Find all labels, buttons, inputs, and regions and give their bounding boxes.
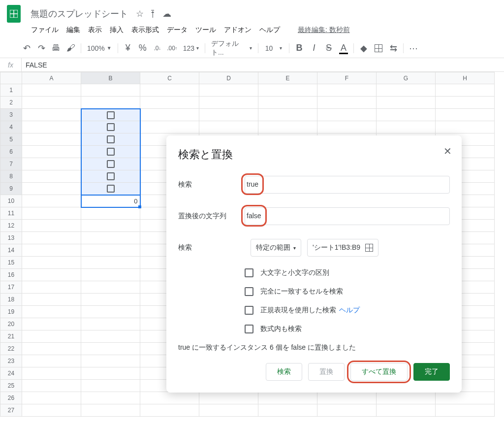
print-icon[interactable]: 🖶: [49, 41, 63, 55]
col-header[interactable]: H: [436, 72, 495, 84]
more-icon[interactable]: ⋯: [407, 41, 420, 55]
menu-file[interactable]: ファイル: [28, 24, 62, 36]
fx-icon[interactable]: fx: [0, 58, 22, 71]
cell[interactable]: [81, 330, 140, 343]
cell[interactable]: [22, 170, 81, 183]
row-header[interactable]: 27: [0, 404, 22, 417]
cloud-icon[interactable]: ☁: [162, 8, 171, 19]
star-icon[interactable]: ☆: [136, 8, 144, 19]
cell[interactable]: [81, 392, 140, 404]
cell[interactable]: [81, 97, 140, 109]
cell[interactable]: 0: [81, 195, 140, 207]
cell[interactable]: [81, 109, 140, 121]
cell[interactable]: [22, 97, 81, 109]
row-header[interactable]: 6: [0, 146, 22, 158]
search-input[interactable]: true: [245, 176, 450, 194]
row-header[interactable]: 5: [0, 133, 22, 146]
find-button[interactable]: 検索: [266, 363, 302, 381]
row-header[interactable]: 14: [0, 244, 22, 257]
cell[interactable]: [22, 355, 81, 367]
italic-button[interactable]: I: [307, 41, 321, 55]
bold-button[interactable]: B: [292, 41, 306, 55]
cell[interactable]: [377, 121, 436, 133]
cell[interactable]: [199, 392, 258, 404]
row-header[interactable]: 26: [0, 392, 22, 404]
row-header[interactable]: 2: [0, 97, 22, 109]
cell[interactable]: [22, 121, 81, 133]
num-format-dropdown[interactable]: 123▾: [180, 41, 202, 55]
cell[interactable]: [140, 121, 199, 133]
text-color-button[interactable]: A: [337, 41, 350, 55]
cell[interactable]: [81, 207, 140, 220]
cell[interactable]: [22, 380, 81, 392]
menu-insert[interactable]: 挿入: [106, 24, 127, 36]
strike-button[interactable]: S: [322, 41, 336, 55]
cell[interactable]: [140, 97, 199, 109]
cell[interactable]: [22, 244, 81, 257]
sheets-logo[interactable]: [4, 4, 24, 24]
col-header[interactable]: A: [22, 72, 81, 84]
cell[interactable]: [199, 109, 258, 121]
currency-button[interactable]: ¥: [121, 41, 135, 55]
cell[interactable]: [81, 404, 140, 417]
cell[interactable]: [317, 109, 377, 121]
col-header[interactable]: B: [81, 72, 140, 84]
cell[interactable]: [436, 121, 495, 133]
cell[interactable]: [81, 121, 140, 133]
cell[interactable]: [81, 146, 140, 158]
cell[interactable]: [81, 220, 140, 232]
cell[interactable]: [81, 158, 140, 170]
merge-icon[interactable]: ⇆: [386, 41, 400, 55]
cell[interactable]: [199, 121, 258, 133]
dec-decrease-button[interactable]: .0↓: [151, 41, 164, 55]
scope-select[interactable]: 特定の範囲▾: [251, 239, 301, 257]
cell[interactable]: [81, 294, 140, 306]
replace-button[interactable]: 置換: [308, 363, 345, 381]
cell[interactable]: [317, 392, 377, 404]
cell[interactable]: [22, 232, 81, 244]
row-header[interactable]: 17: [0, 281, 22, 294]
cell[interactable]: [436, 97, 495, 109]
menu-format[interactable]: 表示形式: [128, 24, 162, 36]
select-all-corner[interactable]: [0, 72, 22, 84]
cell[interactable]: [81, 84, 140, 97]
cell[interactable]: [22, 158, 81, 170]
row-header[interactable]: 9: [0, 183, 22, 195]
cell[interactable]: [81, 367, 140, 380]
row-header[interactable]: 24: [0, 367, 22, 380]
help-link[interactable]: ヘルプ: [339, 306, 360, 314]
cell[interactable]: [81, 318, 140, 330]
row-header[interactable]: 8: [0, 170, 22, 183]
menu-tools[interactable]: ツール: [192, 24, 220, 36]
cell[interactable]: [258, 392, 317, 404]
row-header[interactable]: 12: [0, 220, 22, 232]
cell[interactable]: [258, 404, 317, 417]
cell[interactable]: [22, 146, 81, 158]
cell[interactable]: [81, 306, 140, 318]
menu-data[interactable]: データ: [163, 24, 191, 36]
borders-icon[interactable]: [372, 41, 385, 55]
paint-format-icon[interactable]: 🖌: [64, 41, 78, 55]
cell[interactable]: [377, 97, 436, 109]
cell[interactable]: [140, 109, 199, 121]
row-header[interactable]: 21: [0, 330, 22, 343]
cell[interactable]: [22, 183, 81, 195]
cell[interactable]: [22, 84, 81, 97]
row-header[interactable]: 7: [0, 158, 22, 170]
cell[interactable]: [22, 318, 81, 330]
cell[interactable]: [81, 355, 140, 367]
col-header[interactable]: D: [199, 72, 258, 84]
cell[interactable]: [81, 244, 140, 257]
cell[interactable]: [22, 392, 81, 404]
cell[interactable]: [22, 257, 81, 269]
cell[interactable]: [22, 330, 81, 343]
cell[interactable]: [81, 170, 140, 183]
cell[interactable]: [317, 97, 377, 109]
cell[interactable]: [22, 294, 81, 306]
cell[interactable]: [199, 84, 258, 97]
cell[interactable]: [81, 269, 140, 281]
range-input[interactable]: 'シート1'!B3:B9: [307, 239, 378, 257]
done-button[interactable]: 完了: [413, 363, 450, 381]
cell[interactable]: [22, 404, 81, 417]
move-icon[interactable]: ⭱: [149, 9, 158, 19]
